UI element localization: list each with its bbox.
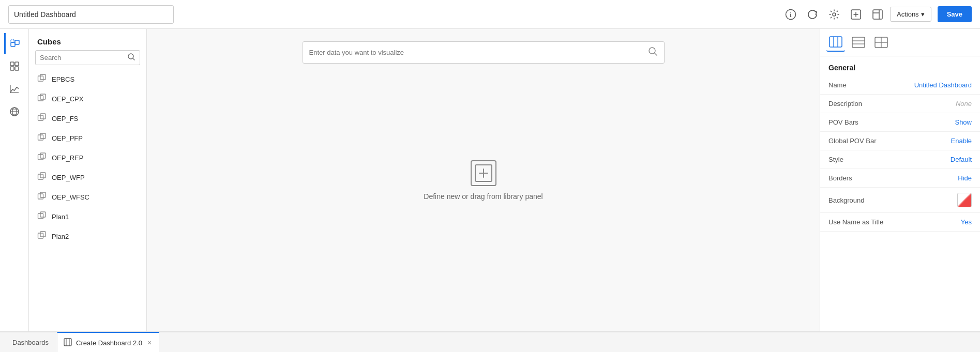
cube-item[interactable]: Plan2	[29, 226, 146, 246]
properties-panel: General Name Untitled Dashboard Descript…	[820, 29, 980, 331]
props-value[interactable]: Show	[955, 118, 972, 126]
svg-point-43	[649, 48, 655, 54]
cube-icon	[37, 73, 47, 85]
cube-item-label: Plan1	[52, 213, 69, 221]
cube-item[interactable]: OEP_WFSC	[29, 187, 146, 207]
props-value[interactable]: Yes	[961, 218, 972, 226]
cube-item[interactable]: Plan1	[29, 207, 146, 226]
dashboard-title-input[interactable]	[8, 5, 174, 24]
sidebar-icon-cubes[interactable]	[4, 33, 25, 54]
sidebar-icon-globe[interactable]	[4, 101, 25, 122]
svg-rect-13	[15, 62, 19, 66]
svg-rect-9	[11, 42, 15, 47]
props-row: Name Untitled Dashboard	[820, 76, 980, 95]
cube-item-label: OEP_CPX	[52, 95, 83, 103]
settings-icon[interactable]	[828, 8, 840, 21]
layout-tab-1[interactable]	[826, 33, 845, 52]
layout-panel-icon[interactable]	[871, 8, 884, 21]
cube-item-label: OEP_FS	[52, 115, 78, 123]
cube-item-label: OEP_REP	[52, 154, 83, 162]
props-label: Name	[828, 81, 847, 89]
cube-item[interactable]: OEP_WFP	[29, 167, 146, 187]
create-dashboard-tab[interactable]: Create Dashboard 2.0 ×	[57, 332, 159, 352]
cube-icon	[37, 231, 47, 242]
props-label: Style	[828, 156, 843, 163]
refresh-icon[interactable]	[806, 8, 819, 21]
svg-rect-14	[10, 67, 14, 70]
svg-rect-15	[15, 67, 19, 70]
save-button[interactable]: Save	[938, 6, 972, 22]
props-value[interactable]: Enable	[951, 137, 972, 145]
cube-icon	[37, 113, 47, 124]
actions-button[interactable]: Actions ▾	[890, 7, 931, 22]
cube-icon	[37, 152, 47, 163]
svg-rect-57	[64, 339, 71, 346]
cube-item-label: OEP_WFP	[52, 174, 85, 181]
sidebar-icon-chart[interactable]	[4, 79, 25, 99]
svg-rect-11	[11, 39, 14, 42]
data-input[interactable]	[309, 49, 647, 56]
cube-icon	[37, 172, 47, 183]
props-label: Description	[828, 100, 862, 108]
props-rows: Name Untitled Dashboard Description None…	[820, 76, 980, 232]
cube-item[interactable]: OEP_REP	[29, 148, 146, 167]
props-label: Background	[828, 196, 864, 204]
props-label: Global POV Bar	[828, 137, 877, 145]
tab-icon	[64, 338, 72, 348]
canvas-area: Define new or drag from library panel	[147, 29, 820, 331]
background-swatch[interactable]	[957, 193, 972, 207]
info-icon[interactable]: i	[785, 8, 797, 21]
props-row: POV Bars Show	[820, 113, 980, 132]
props-value[interactable]: Untitled Dashboard	[914, 81, 972, 89]
layout-tab-3[interactable]	[872, 33, 891, 52]
svg-rect-6	[873, 10, 882, 19]
cube-item[interactable]: EPBCS	[29, 69, 146, 89]
cubes-panel: Cubes EPBCS	[29, 29, 147, 331]
tab-label: Create Dashboard 2.0	[76, 339, 142, 347]
search-icon	[127, 53, 135, 63]
svg-point-2	[833, 13, 836, 16]
props-row: Style Default	[820, 150, 980, 169]
layout-tabs	[820, 29, 980, 56]
props-row: Background	[820, 188, 980, 213]
toolbar-icons: i	[785, 8, 884, 21]
main-layout: Cubes EPBCS	[0, 29, 980, 331]
data-input-bar	[303, 41, 665, 64]
cube-icon	[37, 191, 47, 203]
sidebar-icon-grid[interactable]	[4, 56, 25, 76]
props-value: None	[956, 100, 972, 108]
svg-rect-48	[830, 37, 842, 47]
layout-tab-2[interactable]	[849, 33, 868, 52]
props-value[interactable]: Hide	[958, 174, 972, 182]
props-row: Use Name as Title Yes	[820, 213, 980, 232]
cube-list: EPBCS OEP_CPX OEP_FS	[29, 69, 146, 331]
svg-line-24	[133, 58, 134, 60]
cube-icon	[37, 132, 47, 144]
tab-close-button[interactable]: ×	[146, 338, 153, 348]
data-search-icon	[647, 46, 658, 59]
svg-text:i: i	[790, 11, 792, 19]
add-panel-icon[interactable]	[850, 8, 862, 21]
props-value[interactable]: Default	[951, 156, 972, 163]
cube-item[interactable]: OEP_CPX	[29, 89, 146, 109]
cubes-header: Cubes	[29, 29, 146, 50]
search-input[interactable]	[40, 54, 127, 62]
search-box	[35, 50, 140, 65]
svg-line-44	[655, 53, 657, 55]
cube-item-label: EPBCS	[52, 75, 74, 83]
dashboards-tab[interactable]: Dashboards	[4, 332, 57, 352]
props-label: Borders	[828, 174, 852, 182]
cube-icon	[37, 93, 47, 104]
add-content-icon[interactable]	[471, 160, 496, 186]
props-label: Use Name as Title	[828, 218, 883, 226]
cube-item[interactable]: OEP_FS	[29, 109, 146, 128]
cube-item[interactable]: OEP_PFP	[29, 128, 146, 148]
cube-item-label: OEP_WFSC	[52, 193, 89, 201]
bottom-bar: Dashboards Create Dashboard 2.0 ×	[0, 331, 980, 352]
actions-label: Actions	[897, 10, 919, 18]
props-row: Borders Hide	[820, 169, 980, 188]
svg-rect-10	[15, 40, 19, 44]
props-label: POV Bars	[828, 118, 858, 126]
svg-rect-51	[852, 37, 865, 48]
icon-sidebar	[0, 29, 29, 331]
